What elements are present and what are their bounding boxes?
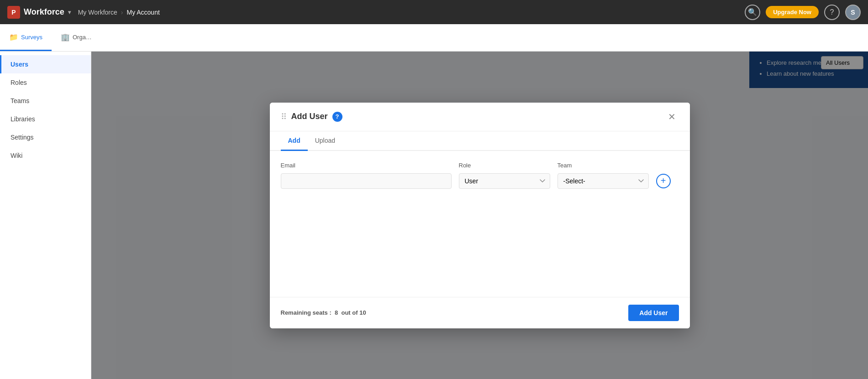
form-row-1: User Admin Manager -Select- Team A Team … [281,173,679,189]
top-subtabs: 📁 Surveys 🏢 Orga… [0,24,868,52]
search-button[interactable]: 🔍 [745,5,760,20]
surveys-icon: 📁 [9,33,18,42]
add-row-button[interactable]: + [656,174,671,188]
dialog-footer: Remaining seats : 8 out of 10 Add User [270,297,690,328]
brand-dropdown-icon[interactable]: ▾ [68,9,71,16]
role-col-header: Role [459,162,550,169]
form-column-headers: Email Role Team [281,162,679,169]
page-inner: Users Roles Teams Libraries Settings Wik… [0,52,868,379]
brand-logo[interactable]: P Workforce ▾ [7,6,71,19]
brand-name: Workforce [24,7,64,17]
dialog-tabs: Add Upload [270,131,690,151]
role-select[interactable]: User Admin Manager [459,173,550,189]
user-avatar[interactable]: S [845,5,861,20]
remaining-seats-text: Remaining seats : 8 out of 10 [281,309,366,316]
sidebar-item-libraries-label: Libraries [11,115,35,123]
dialog-help-icon[interactable]: ? [332,112,342,122]
sidebar-item-roles[interactable]: Roles [0,73,91,92]
email-col-header: Email [281,162,452,169]
breadcrumb-parent[interactable]: My Workforce [78,9,117,16]
drag-handle-icon: ⠿ [281,112,287,122]
topnav-right-actions: 🔍 Upgrade Now ? S [745,5,861,20]
sidebar-item-teams-label: Teams [11,97,29,104]
dialog-body: Email Role Team User Admin [270,151,690,297]
subtab-orga-label: Orga… [73,34,92,41]
help-button[interactable]: ? [824,5,840,20]
content-area: 📁 Surveys 🏢 Orga… Users Roles Teams [0,24,868,379]
sidebar-item-users[interactable]: Users [0,55,91,73]
breadcrumb-current: My Account [126,9,159,16]
team-select[interactable]: -Select- Team A Team B Team C [558,173,649,189]
subtab-orga[interactable]: 🏢 Orga… [52,24,101,51]
dialog-title-area: ⠿ Add User ? [281,112,342,122]
sidebar-item-teams[interactable]: Teams [0,92,91,110]
page-main: Explore research method Learn about new … [91,52,868,379]
logo-icon: P [7,6,20,19]
dialog-header: ⠿ Add User ? ✕ [270,103,690,131]
page-wrapper: 📁 Surveys 🏢 Orga… Users Roles Teams [0,24,868,379]
modal-overlay: ⠿ Add User ? ✕ Add [91,52,868,379]
sidebar-item-libraries[interactable]: Libraries [0,110,91,128]
subtab-surveys[interactable]: 📁 Surveys [0,24,52,51]
breadcrumb: My Workforce › My Account [78,9,160,16]
dialog-title: Add User [291,112,328,121]
breadcrumb-separator: › [121,9,123,16]
add-user-dialog: ⠿ Add User ? ✕ Add [270,103,690,328]
dialog-tab-add[interactable]: Add [281,131,308,151]
subtab-surveys-label: Surveys [21,34,42,41]
remaining-seats-total: out of 10 [341,309,366,316]
upgrade-button[interactable]: Upgrade Now [766,6,819,18]
dialog-close-button[interactable]: ✕ [665,110,679,124]
sidebar-item-wiki[interactable]: Wiki [0,146,91,165]
remaining-seats-count: 8 [335,309,338,316]
sidebar-item-settings-label: Settings [11,134,34,141]
sidebar: Users Roles Teams Libraries Settings Wik… [0,52,91,379]
team-col-header: Team [558,162,649,169]
top-navigation: P Workforce ▾ My Workforce › My Account … [0,0,868,24]
orga-icon: 🏢 [61,33,70,42]
remaining-seats-label: Remaining seats : [281,309,331,316]
email-input[interactable] [281,173,452,189]
sidebar-item-settings[interactable]: Settings [0,128,91,146]
sidebar-item-users-label: Users [11,61,28,68]
sidebar-item-roles-label: Roles [11,79,27,86]
dialog-tab-upload[interactable]: Upload [308,131,342,151]
sidebar-item-wiki-label: Wiki [11,152,22,159]
add-user-submit-button[interactable]: Add User [628,305,679,321]
